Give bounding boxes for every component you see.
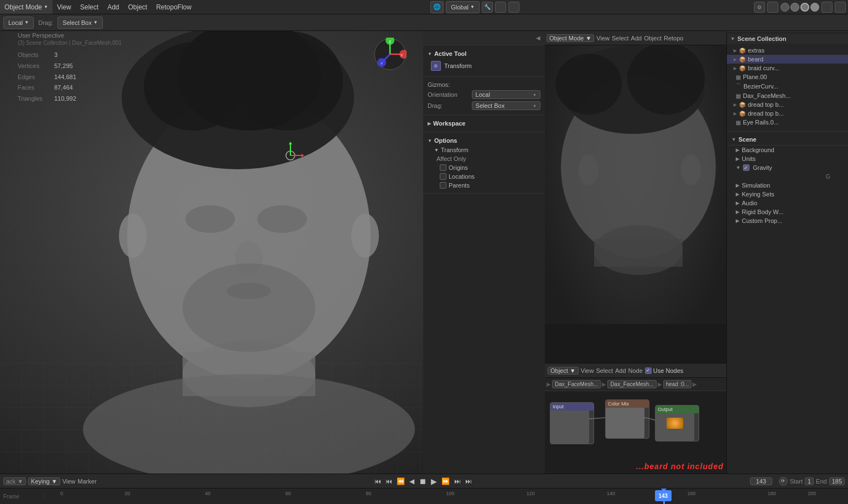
node-select[interactable]: Select <box>596 367 613 374</box>
props-audio[interactable]: ▶ Audio <box>727 199 848 207</box>
current-frame[interactable]: 143 <box>750 477 772 485</box>
props-simulation[interactable]: ▶ Simulation <box>727 181 848 190</box>
timeline-menu-marker[interactable]: Marker <box>77 478 96 485</box>
pb-next-frame-step[interactable]: ⏩ <box>440 477 451 485</box>
node-add[interactable]: Add <box>615 367 626 374</box>
shading-solid[interactable] <box>790 3 799 12</box>
end-frame[interactable]: 185 <box>829 477 845 485</box>
use-nodes-toggle[interactable]: Use Nodes <box>645 367 683 374</box>
origins-checkbox[interactable] <box>440 164 446 171</box>
bc-expand[interactable]: ▶ <box>547 381 551 387</box>
transform-orient-btn[interactable]: Global ▼ <box>446 1 480 13</box>
pb-prev-frame-step[interactable]: ◀ <box>408 477 416 485</box>
overlay-btn[interactable]: ⊙ <box>754 2 765 13</box>
pb-next-key[interactable]: ⏭ <box>452 477 462 485</box>
tree-item-beard[interactable]: ▶ 📦 beard <box>727 55 848 64</box>
node-canvas[interactable]: Input Color Mix Output <box>544 391 726 487</box>
transform-icon: ⊕ <box>431 61 441 71</box>
viewport-render-btn[interactable] <box>835 2 846 13</box>
tree-item-plane[interactable]: ▦ Plane.00 <box>727 72 848 81</box>
node-box-2[interactable]: Color Mix <box>605 399 649 439</box>
svg-point-36 <box>579 154 599 185</box>
props-units[interactable]: ▶ Units <box>727 154 848 163</box>
viewport-shading-btn[interactable]: 🌐 <box>430 1 444 13</box>
node-header-2: Color Mix <box>606 400 649 408</box>
node-box-3[interactable]: Output <box>655 405 699 441</box>
node-node[interactable]: Node <box>628 367 643 374</box>
tree-item-dread1[interactable]: ▶ 📦 dread top b... <box>727 100 848 109</box>
drag-dropdown[interactable]: Select Box ▼ <box>472 101 540 110</box>
menu-add[interactable]: Add <box>103 0 123 14</box>
view-gizmo: X Z Y <box>373 38 407 71</box>
scene-tree: ▶ 📦 extras ▶ 📦 beard ▶ 📦 braid curv... ▦… <box>727 44 848 129</box>
tree-item-extras[interactable]: ▶ 📦 extras <box>727 46 848 55</box>
bc-item-2[interactable]: head :0... <box>663 380 692 388</box>
props-rigid-body[interactable]: ▶ Rigid Body W... <box>727 207 848 216</box>
pb-play[interactable]: ▶ <box>429 477 439 486</box>
properties-panel: ▶ 🎬 📤 🗂 🌐 🌍 📦 🔧 ✨ ⚡ ▼ Scene Collection ▶… <box>726 0 848 504</box>
props-background[interactable]: ▶ Background <box>727 146 848 154</box>
pb-jump-start[interactable]: ⏮ <box>373 477 383 485</box>
active-tool-header[interactable]: ▼ Active Tool <box>428 49 540 59</box>
pivot-dropdown[interactable]: Local ▼ <box>3 17 34 29</box>
drag-dropdown[interactable]: Select Box ▼ <box>58 17 103 29</box>
second-vp-view[interactable]: View <box>596 35 610 41</box>
scene-collection-header[interactable]: ▼ Scene Collection <box>727 34 848 44</box>
timeline-menu-keying[interactable]: Keying ▼ <box>28 477 60 485</box>
start-frame[interactable]: 1 <box>805 477 814 485</box>
timeline-menu-back[interactable]: ack ▼ <box>3 477 26 485</box>
timeline-menu-view[interactable]: View <box>63 478 76 485</box>
props-keying[interactable]: ▶ Keying Sets <box>727 190 848 199</box>
menu-retopoflow[interactable]: RetopoFlow <box>152 0 196 14</box>
pb-jump-end[interactable]: ⏭ <box>464 477 474 485</box>
timeline-track[interactable]: Frame 0 20 40 60 80 100 120 140 143 160 … <box>0 489 848 504</box>
parents-checkbox[interactable] <box>440 182 446 189</box>
menu-object[interactable]: Object <box>123 0 152 14</box>
render-preview-btn[interactable] <box>821 2 833 13</box>
scene-props-sections: ▼ Scene ▶ Background ▶ Units ▼ Gravity G… <box>727 132 848 227</box>
use-nodes-checkbox[interactable] <box>645 367 652 374</box>
shading-wire[interactable] <box>781 3 789 12</box>
snap-btn[interactable]: 🔧 <box>482 2 493 13</box>
node-object-btn[interactable]: Object ▼ <box>548 367 579 375</box>
node-box-1[interactable]: Input <box>550 402 594 444</box>
tree-item-braid[interactable]: ▶ 📦 braid curv... <box>727 64 848 72</box>
props-custom[interactable]: ▶ Custom Prop... <box>727 216 848 225</box>
menu-view[interactable]: View <box>53 0 76 14</box>
xray-btn[interactable] <box>767 2 778 13</box>
transform-toggle[interactable]: ▼ Transform <box>432 146 540 154</box>
proportional-edit-btn[interactable] <box>495 2 506 13</box>
falloff-btn[interactable] <box>508 2 519 13</box>
workspace-header[interactable]: ▶ Workspace <box>428 118 540 128</box>
tree-item-daxface[interactable]: ▦ Dax_FaceMesh... <box>727 91 848 100</box>
gizmos-section: Gizmos: Orientation Local ▼ Drag: Select… <box>423 77 545 115</box>
shading-render[interactable] <box>810 3 819 12</box>
svg-point-7 <box>185 205 235 233</box>
tree-item-dread2[interactable]: ▶ 📦 dread top b... <box>727 109 848 118</box>
gravity-checkbox[interactable] <box>743 164 750 171</box>
second-viewport[interactable]: Object Mode ▼ View Select Add Object Ret… <box>544 31 726 324</box>
second-vp-retopo[interactable]: Retopo <box>664 35 683 41</box>
second-vp-object[interactable]: Object <box>644 35 662 41</box>
bc-item-1[interactable]: Dax_FaceMesh... <box>607 380 656 388</box>
parents-row: Parents <box>436 181 540 190</box>
pb-stop[interactable]: ⏹ <box>417 477 428 486</box>
tree-item-bezier[interactable]: ⌒ BezierCurv... <box>727 81 848 91</box>
locations-checkbox[interactable] <box>440 173 446 180</box>
bc-item-0[interactable]: Dax_FaceMesh... <box>552 380 601 388</box>
second-vp-mode[interactable]: Object Mode ▼ <box>547 34 594 42</box>
options-header[interactable]: ▼ Options <box>428 136 540 146</box>
orientation-dropdown[interactable]: Local ▼ <box>472 90 540 99</box>
tree-item-eyelashes[interactable]: ▦ Eye Rails.0... <box>727 118 848 127</box>
node-view[interactable]: View <box>581 367 594 374</box>
props-gravity[interactable]: ▼ Gravity <box>727 163 848 172</box>
shading-material[interactable] <box>800 3 809 12</box>
second-vp-select[interactable]: Select <box>612 35 629 41</box>
menu-select[interactable]: Select <box>76 0 103 14</box>
pb-prev-frame[interactable]: ⏪ <box>395 477 407 485</box>
timeline-sync-btn[interactable]: ⟳ <box>779 477 788 486</box>
menu-object-mode[interactable]: Object Mode ▼ <box>0 0 53 14</box>
pb-prev-key[interactable]: ⏮ <box>384 477 394 485</box>
second-vp-add[interactable]: Add <box>631 35 642 41</box>
panel-expand-icon[interactable]: ◀ <box>536 35 540 41</box>
